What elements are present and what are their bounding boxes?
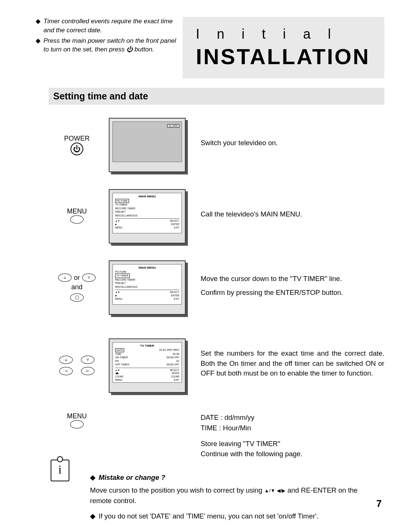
- down-button-icon: ▿: [82, 274, 96, 282]
- osd-title: TV TIMER: [115, 344, 179, 347]
- step-desc: Set the numbers for the exact time and t…: [201, 349, 384, 379]
- label-and: and: [49, 283, 105, 291]
- date-format: DATE : dd/mm/yy: [201, 412, 384, 423]
- osd-item: RECORD TIMER: [115, 278, 135, 281]
- section-heading: Setting time and date: [49, 88, 384, 105]
- info-icon: i: [51, 460, 69, 481]
- right-button-icon: ▹: [81, 367, 94, 375]
- title-block: Initial INSTALLATION: [183, 17, 384, 78]
- osd-item: PICTURE: [115, 270, 127, 274]
- channel-tag: 01 ARD: [167, 124, 179, 128]
- note-text: Timer controlled events require the exac…: [44, 17, 179, 35]
- up-button-icon: ▵: [59, 356, 73, 364]
- bullet-diamond-icon: ◆: [36, 17, 40, 35]
- bullet-diamond-icon: ◆: [90, 472, 96, 483]
- enter-stop-button-icon: ▢: [70, 293, 84, 302]
- osd-title: MAIN MENU: [115, 195, 179, 198]
- intro-notes: ◆Timer controlled events require the exa…: [36, 17, 179, 78]
- step-navigate: ▵ or ▿ and ▢ MAIN MENU PICTURE TV TIMER …: [49, 257, 384, 319]
- osd-item: TIME: [115, 352, 122, 356]
- power-label: POWER: [49, 135, 105, 143]
- tv-screen-main-menu: MAIN MENU PICTURE TV TIMER RECORD TIMER …: [109, 189, 186, 243]
- menu-label: MENU: [49, 412, 105, 420]
- osd-item: PRESET: [115, 210, 126, 213]
- step-desc: Switch your televideo on.: [201, 138, 384, 148]
- menu-label: MENU: [49, 207, 105, 215]
- left-button-icon: ◃: [59, 367, 73, 375]
- step-desc: Confirm by pressing the ENTER/STOP butto…: [201, 288, 384, 298]
- timer-warning: If you do not set 'DATE' and 'TIME' menu…: [99, 511, 318, 521]
- store-hint: Store leaving "TV TIMER": [201, 439, 384, 449]
- step-desc: Move the cursor down to the "TV TIMER" l…: [201, 274, 384, 284]
- osd-item: PR: [115, 359, 119, 363]
- continue-hint: Continue with the following page.: [201, 449, 384, 459]
- step-menu: MENU MAIN MENU PICTURE TV TIMER RECORD T…: [49, 185, 384, 247]
- osd-item: PICTURE: [115, 199, 129, 203]
- osd-item: TV TIMER: [115, 203, 128, 206]
- step-power: POWER ⏻ 01 ARD Switch your televideo on.: [49, 114, 384, 176]
- mistake-heading: Mistake or change ?: [99, 472, 165, 483]
- mistake-text: Move curson to the position you wish to …: [90, 485, 375, 506]
- note-text: Press the main power switch on the front…: [44, 36, 179, 54]
- osd-item: PRESET: [115, 281, 126, 285]
- page-number: 7: [376, 498, 382, 509]
- tv-screen-tv-timer: TV TIMER DATE01:01:1997 WED TIME02:30 ON…: [109, 338, 186, 393]
- menu-button-icon: [70, 215, 84, 224]
- osd-item: RECORD TIMER: [115, 207, 135, 210]
- arrow-keys-icon: ▲/▼ ◀/▶: [264, 487, 286, 494]
- power-icon: ⏻: [70, 143, 83, 155]
- bullet-diamond-icon: ◆: [90, 511, 96, 521]
- osd-item: DATE: [115, 348, 124, 352]
- title-main: INSTALLATION: [196, 44, 377, 69]
- tv-screen-main-menu-timer: MAIN MENU PICTURE TV TIMER RECORD TIMER …: [109, 260, 186, 315]
- label-or: or: [74, 274, 80, 282]
- step-tv-timer: ▵ ▿ ◃ ▹ TV TIMER DATE01:01:1997 WED TIME…: [49, 328, 384, 403]
- tv-screen-blank: 01 ARD: [109, 118, 186, 172]
- osd-item: TV TIMER: [115, 274, 130, 278]
- osd-title: MAIN MENU: [115, 266, 179, 269]
- osd-item: OFF TIMER: [115, 363, 129, 366]
- osd-item: ON TIMER: [115, 356, 128, 359]
- bullet-diamond-icon: ◆: [36, 36, 40, 54]
- menu-button-icon: [70, 420, 84, 428]
- osd-item: MISCELLANEOUS: [115, 285, 138, 289]
- step-desc: Call the televideo's MAIN MENU.: [201, 209, 384, 219]
- title-small: Initial: [196, 26, 377, 42]
- time-format: TIME : Hour/Min: [201, 423, 384, 433]
- down-button-icon: ▿: [81, 356, 94, 364]
- up-button-icon: ▵: [58, 274, 72, 282]
- osd-item: MISCELLANEOUS: [115, 214, 138, 217]
